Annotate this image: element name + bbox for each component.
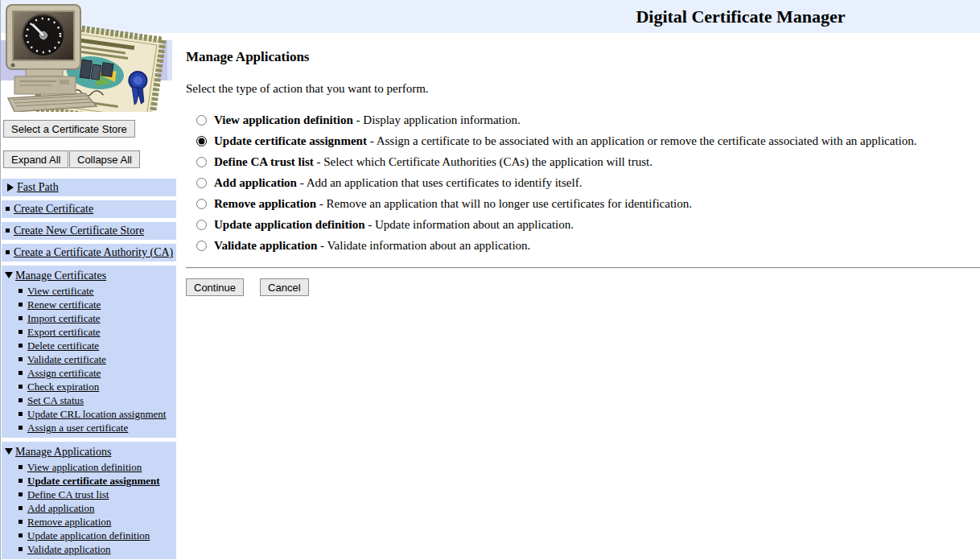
radio-add-application[interactable]: [196, 178, 207, 188]
action-option-update-certificate-assignment[interactable]: Update certificate assignment - Assign a…: [186, 130, 980, 151]
sidebar-item-export-certificate[interactable]: Export certificate: [27, 326, 101, 338]
nav-subitem-row: Update CRL location assignment: [2, 407, 176, 421]
sidebar-item-delete-certificate[interactable]: Delete certificate: [27, 340, 99, 352]
square-icon: [19, 289, 23, 293]
nav-subitem-row: Validate application: [2, 542, 176, 556]
sidebar-item-view-certificate[interactable]: View certificate: [27, 285, 94, 297]
cancel-button[interactable]: Cancel: [260, 278, 308, 296]
square-icon: [19, 520, 23, 524]
sidebar-item-manage-certificates[interactable]: Manage Certificates: [15, 270, 106, 282]
sidebar-item-fast-path[interactable]: Fast Path: [17, 181, 59, 193]
radio-define-ca-trust-list[interactable]: [196, 157, 207, 167]
sidebar-item-renew-certificate[interactable]: Renew certificate: [27, 299, 101, 311]
option-description: Display application information.: [363, 113, 520, 126]
arrow-down-icon[interactable]: [5, 272, 13, 278]
nav-item-row: Create Certificate: [2, 200, 176, 218]
option-separator: -: [297, 176, 307, 189]
square-icon: [19, 316, 23, 320]
continue-button[interactable]: Continue: [186, 278, 244, 296]
arrow-down-icon[interactable]: [5, 448, 13, 455]
sidebar-item-import-certificate[interactable]: Import certificate: [27, 312, 101, 324]
action-options-group: View application definition - Display ap…: [186, 109, 980, 256]
sidebar-item-create-a-certificate-authority-ca[interactable]: Create a Certificate Authority (CA): [14, 246, 173, 258]
action-option-add-application[interactable]: Add application - Add an application tha…: [186, 172, 980, 193]
option-name: View application definition: [214, 113, 353, 126]
square-icon: [6, 229, 10, 233]
nav-subitem-row: View application definition: [2, 460, 176, 474]
arrow-right-icon[interactable]: [7, 183, 14, 191]
square-icon: [19, 492, 23, 496]
nav-subitem-row: Renew certificate: [2, 298, 176, 311]
nav-subitem-row: Check expiration: [2, 380, 176, 393]
collapse-all-button[interactable]: Collapse All: [69, 150, 140, 168]
sidebar-item-create-new-certificate-store[interactable]: Create New Certificate Store: [14, 224, 144, 237]
nav-subitem-row: Delete certificate: [2, 339, 176, 352]
sidebar-item-validate-application[interactable]: Validate application: [27, 543, 111, 555]
square-icon: [19, 465, 23, 469]
option-name: Validate application: [214, 239, 317, 252]
nav-section-manage-certificates: Manage CertificatesView certificateRenew…: [2, 266, 176, 438]
radio-remove-application[interactable]: [196, 199, 207, 209]
square-icon: [19, 426, 23, 430]
nav-section-manage-applications: Manage ApplicationsView application defi…: [2, 442, 176, 559]
option-name: Update application definition: [214, 218, 365, 231]
square-icon: [19, 479, 23, 483]
option-description: Remove an application that will no longe…: [327, 197, 692, 210]
sidebar-item-add-application[interactable]: Add application: [27, 502, 94, 514]
nav-subitem-row: Remove application: [2, 515, 176, 529]
dcm-page: Digital Certificate Manager: [0, 0, 980, 560]
option-description: Add an application that uses certificate…: [307, 176, 583, 189]
sidebar-item-check-expiration[interactable]: Check expiration: [27, 381, 99, 393]
nav-subitem-row: Define CA trust list: [2, 488, 176, 501]
square-icon: [19, 533, 23, 537]
sidebar-item-assign-a-user-certificate[interactable]: Assign a user certificate: [27, 422, 128, 434]
sidebar-item-update-application-definition[interactable]: Update application definition: [27, 529, 150, 541]
select-certificate-store-button[interactable]: Select a Certificate Store: [3, 120, 135, 138]
nav-subitem-row: Assign a user certificate: [2, 421, 176, 434]
sidebar-item-view-application-definition[interactable]: View application definition: [27, 461, 142, 473]
option-description: Update information about an application.: [375, 218, 574, 231]
option-separator: -: [365, 218, 376, 231]
square-icon: [19, 385, 23, 389]
divider: [186, 267, 980, 268]
nav-subitem-row: Import certificate: [2, 311, 176, 325]
nav-section-header: Manage Certificates: [2, 267, 176, 284]
nav-item-row: Create New Certificate Store: [2, 222, 176, 240]
sidebar-item-update-certificate-assignment[interactable]: Update certificate assignment: [27, 475, 160, 487]
option-separator: -: [317, 239, 327, 252]
content-intro: Select the type of action that you want …: [186, 82, 980, 96]
sidebar-item-validate-certificate[interactable]: Validate certificate: [27, 353, 106, 365]
action-option-remove-application[interactable]: Remove application - Remove an applicati…: [186, 193, 980, 214]
main-content: Manage Applications Select the type of a…: [186, 44, 980, 296]
sidebar-item-create-certificate[interactable]: Create Certificate: [14, 203, 93, 215]
square-icon: [19, 506, 23, 510]
nav-subitem-row: View certificate: [2, 284, 176, 298]
nav-subitem-row: Update application definition: [2, 529, 176, 542]
option-separator: -: [353, 113, 364, 126]
expand-all-button[interactable]: Expand All: [3, 150, 68, 168]
action-option-update-application-definition[interactable]: Update application definition - Update i…: [186, 214, 980, 235]
option-name: Update certificate assignment: [214, 134, 367, 147]
square-icon: [19, 398, 23, 402]
sidebar-item-update-crl-location-assignment[interactable]: Update CRL location assignment: [27, 408, 166, 420]
square-icon: [6, 250, 10, 254]
action-option-define-ca-trust-list[interactable]: Define CA trust list - Select which Cert…: [186, 151, 980, 172]
option-description: Validate information about an applicatio…: [327, 239, 530, 252]
sidebar-item-assign-certificate[interactable]: Assign certificate: [27, 367, 101, 379]
nav-item-row: Fast Path: [2, 179, 176, 196]
sidebar-item-set-ca-status[interactable]: Set CA status: [27, 394, 84, 406]
sidebar-item-manage-applications[interactable]: Manage Applications: [15, 446, 111, 458]
radio-update-certificate-assignment[interactable]: [196, 136, 207, 146]
option-description: Assign a certificate to be associated wi…: [377, 134, 917, 147]
sidebar-item-define-ca-trust-list[interactable]: Define CA trust list: [27, 488, 109, 500]
square-icon: [19, 303, 23, 307]
radio-view-application-definition[interactable]: [196, 115, 207, 126]
action-option-view-application-definition[interactable]: View application definition - Display ap…: [186, 109, 980, 130]
option-description: Select which Certificate Authorities (CA…: [323, 155, 653, 168]
nav-section-header: Manage Applications: [2, 443, 176, 460]
action-option-validate-application[interactable]: Validate application - Validate informat…: [186, 235, 980, 256]
sidebar-item-remove-application[interactable]: Remove application: [27, 516, 111, 528]
content-heading: Manage Applications: [186, 49, 980, 65]
radio-validate-application[interactable]: [196, 241, 207, 251]
radio-update-application-definition[interactable]: [196, 220, 207, 230]
